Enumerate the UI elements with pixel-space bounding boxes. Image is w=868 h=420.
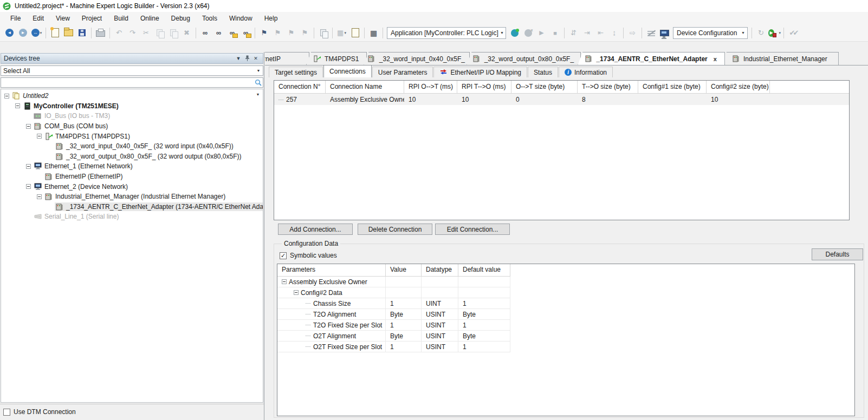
build-button[interactable]: ▦: [367, 27, 380, 39]
menu-help[interactable]: Help: [258, 13, 284, 24]
tree-item-ethernet-2[interactable]: Ethernet_2 (Device Network): [1, 181, 263, 192]
close-tab-icon[interactable]: x: [714, 56, 717, 62]
parameter-row[interactable]: T2O Fixed Size per Slot 1 USINT 1: [277, 320, 510, 331]
refresh-button[interactable]: ↻: [755, 27, 767, 39]
new-item-button[interactable]: [349, 27, 361, 39]
defaults-button[interactable]: Defaults: [812, 248, 863, 260]
toggle-breakpoint-button[interactable]: [645, 27, 657, 39]
redo-button[interactable]: ↷: [126, 27, 139, 39]
column-header[interactable]: Value: [386, 264, 422, 276]
login-device-dropdown[interactable]: ▶▾: [768, 27, 781, 39]
delete-connection-button[interactable]: Delete Connection: [358, 224, 432, 235]
tab-word-output[interactable]: _32_word_output_0x80_0x5F_: [467, 52, 581, 65]
column-header[interactable]: Config#2 size (byte): [707, 81, 770, 93]
tree-expander[interactable]: [294, 290, 299, 295]
tree-item-project[interactable]: Untitled2: [1, 91, 263, 101]
new-project-button[interactable]: [49, 27, 61, 39]
find-in-project-button[interactable]: ∞: [226, 27, 238, 39]
parameter-row[interactable]: Chassis Size 1 UINT 1: [277, 298, 510, 309]
parameter-row[interactable]: O2T Fixed Size per Slot 1 USINT 1: [277, 342, 510, 352]
parameter-row[interactable]: Assembly Exclusive Owner: [277, 277, 510, 287]
application-combobox[interactable]: Application [MyController: PLC Logic] ▼: [387, 27, 506, 39]
tree-item-ethernetip[interactable]: EthernetIP (EthernetIP): [1, 172, 263, 182]
tree-item-controller[interactable]: MyController (TM251MESE): [1, 101, 263, 111]
menu-project[interactable]: Project: [76, 13, 108, 24]
tab-tm4pdps1[interactable]: TM4PDPS1: [306, 52, 367, 65]
symbolic-values-checkbox[interactable]: ✓: [280, 252, 287, 259]
properties-button[interactable]: [317, 27, 329, 39]
menu-view[interactable]: View: [50, 13, 76, 24]
panel-menu-icon[interactable]: ▼: [234, 56, 243, 61]
tab-1734-aentr-adapter[interactable]: _1734_AENTR_C_EtherNet_Adapter x: [578, 52, 725, 65]
tree-item-industrial-ethernet-manager[interactable]: Industrial_Ethernet_Manager (Industrial …: [1, 192, 263, 202]
previous-bookmark-button[interactable]: ⚑: [285, 27, 297, 39]
add-connection-button[interactable]: Add Connection...: [278, 224, 353, 235]
step-into-button[interactable]: ⇥: [581, 27, 593, 39]
parameter-row[interactable]: T2O Alignment Byte USINT Byte: [277, 309, 510, 320]
column-header[interactable]: Default value: [458, 264, 510, 276]
menu-online[interactable]: Online: [134, 13, 165, 24]
tree-item-word-output[interactable]: _32_word_output_0x80_0x5F_ (32 word outp…: [1, 152, 263, 162]
nav-history-dropdown[interactable]: ↔▾: [30, 27, 43, 39]
clear-bookmarks-button[interactable]: ⚑: [299, 27, 311, 39]
parameter-row[interactable]: O2T Alignment Byte USINT Byte: [277, 331, 510, 342]
pin-icon[interactable]: [243, 55, 251, 62]
tree-expander[interactable]: [4, 94, 9, 99]
view-mode-combobox[interactable]: Device Configuration ▼: [673, 27, 748, 39]
tree-item-com-bus[interactable]: COM_Bus (COM bus): [1, 121, 263, 132]
tab-industrial-ethernet-manager[interactable]: Industrial_Ethernet_Manager: [722, 52, 839, 65]
subtab-user-parameters[interactable]: User Parameters: [372, 67, 433, 77]
replace-in-project-button[interactable]: ∞: [239, 27, 252, 39]
print-button[interactable]: [94, 27, 107, 39]
close-icon[interactable]: ✕: [251, 56, 260, 61]
column-header[interactable]: Connection N°: [274, 81, 326, 93]
sync-button[interactable]: ✔✔: [787, 27, 799, 39]
open-project-button[interactable]: [62, 27, 75, 39]
delete-button[interactable]: ✖: [180, 27, 193, 39]
tree-item-ethernet-1[interactable]: Ethernet_1 (Ethernet Network): [1, 161, 263, 172]
tree-expander[interactable]: [26, 164, 31, 169]
tree-expander[interactable]: [26, 124, 31, 129]
tree-expander[interactable]: [26, 184, 31, 189]
insert-table-dropdown[interactable]: ▦▾: [335, 27, 348, 39]
column-header[interactable]: O-->T size (byte): [511, 81, 578, 93]
tab-ethernetip[interactable]: rnetIP: [265, 52, 309, 65]
cut-button[interactable]: ✂: [140, 27, 152, 39]
column-header[interactable]: T-->O size (byte): [578, 81, 638, 93]
tree-item-serial-line[interactable]: Serial_Line_1 (Serial line): [1, 212, 263, 222]
subtab-io-mapping[interactable]: EtherNet/IP I/O Mapping: [433, 67, 527, 77]
subtab-status[interactable]: Status: [528, 67, 558, 77]
parameter-row[interactable]: Config#2 Data: [277, 287, 510, 298]
undo-button[interactable]: ↶: [113, 27, 125, 39]
save-project-button[interactable]: [76, 27, 88, 39]
devices-panel-header[interactable]: Devices tree ▼ ✕: [1, 53, 263, 64]
column-header[interactable]: Connection Name: [326, 81, 404, 93]
remote-display-button[interactable]: [658, 27, 671, 39]
copy-button[interactable]: [153, 27, 166, 39]
step-out-button[interactable]: ⇤: [594, 27, 607, 39]
stop-button[interactable]: ■: [549, 27, 561, 39]
menu-window[interactable]: Window: [223, 13, 258, 24]
devices-filter-combobox[interactable]: Select All ▼: [1, 65, 263, 76]
tree-expander[interactable]: [37, 194, 42, 199]
logout-button[interactable]: x: [522, 27, 534, 39]
tree-item-io-bus[interactable]: IO_Bus (IO bus - TM3): [1, 111, 263, 121]
toggle-bookmark-button[interactable]: ⚑: [258, 27, 270, 39]
nav-back-button[interactable]: ◄: [3, 27, 16, 39]
force-values-button[interactable]: ⇨: [626, 27, 639, 39]
next-bookmark-button[interactable]: ⚑: [271, 27, 284, 39]
menu-tools[interactable]: Tools: [196, 13, 223, 24]
column-header[interactable]: Config#1 size (byte): [638, 81, 707, 93]
tab-word-input[interactable]: _32_word_input_0x40_0x5F_: [364, 52, 470, 65]
subtab-information[interactable]: i Information: [559, 67, 613, 77]
paste-button[interactable]: [167, 27, 179, 39]
tree-item-word-input[interactable]: _32_word_input_0x40_0x5F_ (32 word input…: [1, 141, 263, 152]
replace-button[interactable]: ∞: [212, 27, 225, 39]
edit-connection-button[interactable]: Edit Connection...: [435, 224, 510, 235]
use-dtm-checkbox[interactable]: [3, 409, 10, 416]
menu-file[interactable]: File: [4, 13, 27, 24]
menu-debug[interactable]: Debug: [165, 13, 196, 24]
tree-expander[interactable]: [282, 279, 287, 284]
login-button[interactable]: [508, 27, 521, 39]
column-header[interactable]: Datatype: [422, 264, 458, 276]
